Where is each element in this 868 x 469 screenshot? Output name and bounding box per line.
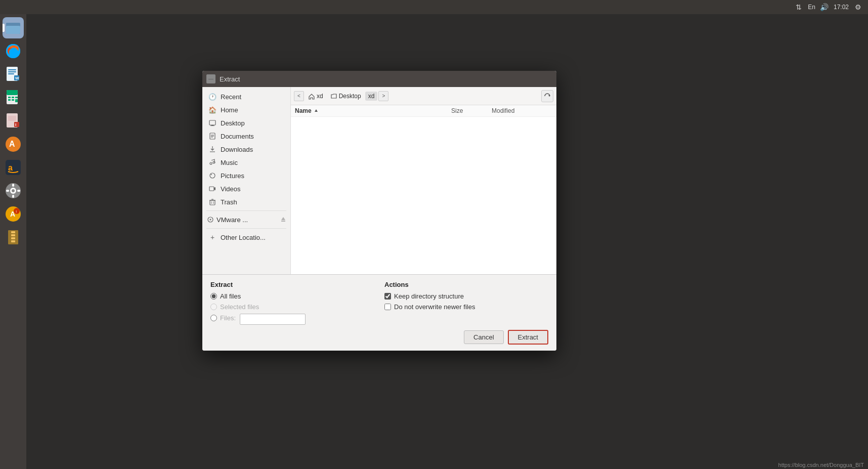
files-option[interactable]: Files: [210,314,236,322]
impress-dock-icon: I [4,112,22,130]
breadcrumb-xd[interactable]: xd [365,92,378,101]
dock-item-writer[interactable]: W [3,64,24,85]
language-indicator[interactable]: En [808,4,815,11]
file-list-body [291,117,556,274]
file-list-header: Name Size Modified [291,105,556,117]
sidebar-item-videos[interactable]: Videos [202,182,290,195]
breadcrumb-home[interactable]: xd [305,92,326,101]
taskbar: ⇅ En 🔊 17:02 ⚙ [0,0,868,14]
dock-item-impress[interactable]: I [3,110,24,132]
name-column-header[interactable]: Name [295,107,451,114]
sidebar-item-documents[interactable]: Documents [202,130,290,143]
files-text-input[interactable] [240,314,306,325]
sidebar-item-other-locations[interactable]: + Other Locatio... [202,231,290,244]
sidebar-item-recent[interactable]: 🕐 Recent [202,90,290,103]
sidebar-item-music[interactable]: Music [202,156,290,169]
settings-icon[interactable]: ⚙ [853,2,863,12]
all-files-label: All files [220,292,241,300]
svg-rect-12 [7,90,18,95]
svg-rect-44 [11,240,15,242]
places-sidebar: 🕐 Recent 🏠 Home Desktop Documents [202,87,291,274]
selected-files-label: Selected files [220,303,259,311]
no-overwrite-checkbox[interactable] [384,304,391,310]
other-locations-icon: + [208,233,216,241]
dock: W I A a [0,14,26,469]
eject-icon[interactable] [280,216,286,224]
svg-rect-47 [210,125,214,126]
sidebar-item-trash[interactable]: Trash [202,195,290,208]
dock-item-calc[interactable] [3,87,24,108]
selected-files-option[interactable]: Selected files [210,303,374,311]
calc-dock-icon [4,89,22,107]
breadcrumb-desktop[interactable]: Desktop [327,92,364,101]
dock-item-files[interactable] [3,17,24,38]
url-text: https://blog.csdn.net/Donggua_BIT [778,462,864,468]
settings-dock-icon [4,182,22,200]
extract-dialog: Extract 🕐 Recent 🏠 Home Desktop [202,71,556,351]
url-bar: https://blog.csdn.net/Donggua_BIT [774,461,868,469]
documents-icon [208,132,216,140]
breadcrumb-path: xd Desktop xd [305,92,377,101]
dialog-title: Extract [220,75,240,83]
actions-column: Actions Keep directory structure Do not … [384,281,548,325]
svg-rect-18 [15,99,18,102]
dock-item-amazon[interactable]: a [3,157,24,178]
extract-column: Extract All files Selected files Files: [210,281,374,325]
breadcrumb-bar: < xd Desktop xd > [291,87,556,105]
svg-marker-68 [548,95,550,97]
dock-item-archive[interactable] [3,227,24,248]
selected-files-radio[interactable] [210,304,217,310]
all-files-radio[interactable] [210,293,217,300]
breadcrumb-xd-label: xd [368,93,375,100]
svg-rect-15 [15,97,18,98]
no-overwrite-option[interactable]: Do not overwrite newer files [384,303,548,311]
sidebar-item-pictures[interactable]: Pictures [202,169,290,182]
size-column-header[interactable]: Size [451,107,492,114]
extract-section-title: Extract [210,281,374,288]
extract-options-section: Extract All files Selected files Files: [210,281,548,325]
sidebar-item-vmware[interactable]: VMware ... [202,213,290,226]
svg-rect-43 [11,237,15,239]
svg-point-30 [12,189,15,192]
keep-dir-checkbox[interactable] [384,293,391,300]
other-locations-label: Other Locatio... [221,234,266,241]
keep-dir-option[interactable]: Keep directory structure [384,292,548,300]
name-column-label: Name [295,107,312,114]
home-icon: 🏠 [208,106,216,114]
sidebar-item-desktop[interactable]: Desktop [202,116,290,130]
sidebar-item-home[interactable]: 🏠 Home [202,103,290,116]
dock-item-updater[interactable]: A ! [3,203,24,225]
volume-icon[interactable]: 🔊 [819,2,830,12]
back-button[interactable]: < [294,91,304,101]
refresh-button[interactable] [541,90,553,102]
svg-text:A: A [9,140,15,148]
home-breadcrumb-icon [308,93,315,100]
no-overwrite-label: Do not overwrite newer files [394,303,475,311]
dialog-title-bar: Extract [202,71,556,87]
extract-button[interactable]: Extract [508,330,548,345]
files-radio[interactable] [210,315,217,321]
dock-item-firefox[interactable] [3,40,24,62]
forward-button[interactable]: > [378,91,388,101]
clock: 17:02 [834,4,849,11]
file-browser-area: < xd Desktop xd > [291,87,556,274]
modified-column-header[interactable]: Modified [492,107,552,114]
sort-icon[interactable]: ⇅ [794,2,804,12]
sidebar-item-downloads[interactable]: Downloads [202,143,290,156]
svg-rect-13 [8,97,11,98]
dock-item-settings[interactable] [3,180,24,201]
svg-point-53 [210,162,212,164]
all-files-option[interactable]: All files [210,292,374,300]
firefox-dock-icon [4,42,22,60]
bottom-panel: Extract All files Selected files Files: [202,274,556,351]
drive-icon [206,216,214,224]
svg-marker-66 [281,217,285,220]
dock-item-appstore[interactable]: A [3,134,24,155]
minimize-button[interactable] [206,74,215,83]
pictures-label: Pictures [221,172,244,180]
refresh-icon [544,93,551,100]
keep-dir-label: Keep directory structure [394,292,464,300]
svg-point-65 [210,219,211,220]
sidebar-divider2 [206,228,286,229]
cancel-button[interactable]: Cancel [464,330,503,344]
